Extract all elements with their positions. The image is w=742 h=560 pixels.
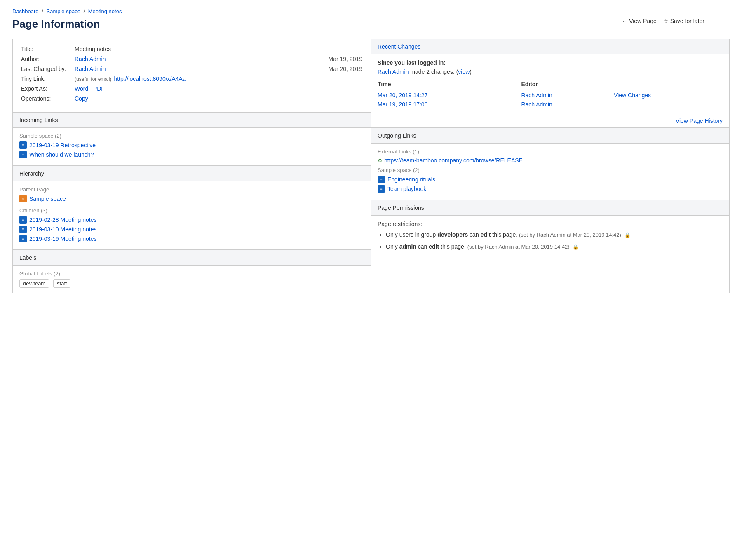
- since-login-changes-text: made 2 changes.: [410, 68, 454, 75]
- perm-text-2a: Only: [386, 243, 399, 250]
- view-page-history-container: View Page History: [371, 114, 729, 128]
- author-label: Author:: [21, 56, 75, 62]
- change-editor-2[interactable]: Rach Admin: [521, 101, 552, 108]
- tiny-link-url[interactable]: http://localhost:8090/x/A4Aa: [114, 75, 186, 82]
- global-labels-label: Global Labels (2): [19, 271, 364, 277]
- title-label: Title:: [21, 46, 75, 52]
- recent-changes-content: Since you last logged in: Rach Admin mad…: [371, 54, 729, 114]
- child-link-1[interactable]: 2019-02-28 Meeting notes: [29, 216, 96, 223]
- last-changed-label: Last Changed by:: [21, 66, 75, 72]
- perm-note-2: (set by Rach Admin at Mar 20, 2019 14:42…: [467, 244, 570, 250]
- left-column: Title: Meeting notes Author: Rach Admin …: [13, 39, 371, 293]
- editor-col-header: Editor: [521, 79, 614, 91]
- since-login-label: Since you last logged in:: [378, 59, 723, 66]
- since-login-user-link[interactable]: Rach Admin: [378, 68, 409, 75]
- incoming-links-content: Sample space (2) ≡ 2019-03-19 Retrospect…: [13, 128, 371, 166]
- page-icon: ≡: [19, 235, 27, 242]
- export-row: Export As: Word · PDF: [21, 85, 362, 92]
- author-date: Mar 19, 2019: [320, 56, 363, 62]
- export-label: Export As:: [21, 85, 75, 92]
- change-editor-1[interactable]: Rach Admin: [521, 92, 552, 99]
- tiny-link-label: Tiny Link:: [21, 75, 75, 82]
- incoming-space-label: Sample space (2): [19, 133, 364, 139]
- view-page-button[interactable]: ← View Page: [622, 18, 657, 24]
- list-item: ≡ 2019-03-19 Meeting notes: [19, 235, 364, 242]
- lock-icon-1: 🔒: [625, 231, 630, 237]
- breadcrumb-dashboard[interactable]: Dashboard: [12, 8, 39, 14]
- child-link-3[interactable]: 2019-03-19 Meeting notes: [29, 235, 96, 242]
- last-changed-link[interactable]: Rach Admin: [75, 66, 106, 72]
- page-icon: ≡: [19, 216, 27, 224]
- change-time-2[interactable]: Mar 19, 2019 17:00: [378, 101, 427, 108]
- outgoing-links-content: External Links (1) ⚙ https://team-bamboo…: [371, 144, 729, 200]
- perm-item-2: Only admin can edit this page. (set by R…: [386, 242, 723, 251]
- perm-bold-2b: edit: [429, 243, 439, 250]
- save-for-later-button[interactable]: ☆ Save for later: [663, 18, 704, 24]
- list-item: ≡ 2019-02-28 Meeting notes: [19, 216, 364, 224]
- table-row: Mar 19, 2019 17:00 Rach Admin: [378, 100, 723, 109]
- last-changed-row: Last Changed by: Rach Admin Mar 20, 2019: [21, 66, 362, 72]
- label-tag-devteam[interactable]: dev-team: [19, 279, 49, 288]
- operations-copy-link[interactable]: Copy: [75, 95, 88, 102]
- perm-text-1a: Only users in group: [386, 231, 437, 238]
- author-row: Author: Rach Admin Mar 19, 2019: [21, 56, 362, 62]
- bamboo-icon: ⚙: [378, 158, 383, 164]
- page-permissions-header: Page Permissions: [371, 200, 729, 216]
- recent-changes-link[interactable]: Recent Changes: [378, 43, 420, 50]
- child-link-2[interactable]: 2019-03-10 Meeting notes: [29, 226, 96, 233]
- incoming-link-1[interactable]: 2019-03-19 Retrospective: [29, 142, 96, 148]
- parent-page-link[interactable]: Sample space: [29, 195, 66, 202]
- label-tag-staff[interactable]: staff: [53, 279, 70, 288]
- tiny-link-row: Tiny Link: (useful for email) http://loc…: [21, 75, 362, 82]
- info-section: Title: Meeting notes Author: Rach Admin …: [13, 39, 371, 112]
- outgoing-link-2[interactable]: Team playbook: [387, 186, 426, 192]
- main-layout: Title: Meeting notes Author: Rach Admin …: [12, 39, 730, 293]
- breadcrumb: Dashboard / Sample space / Meeting notes: [12, 8, 730, 14]
- top-actions: ← View Page ☆ Save for later ···: [622, 16, 717, 25]
- parent-page-item: ⌂ Sample space: [19, 195, 364, 202]
- view-page-history-link[interactable]: View Page History: [676, 118, 723, 124]
- author-link[interactable]: Rach Admin: [75, 56, 106, 62]
- page-icon: ≡: [19, 141, 27, 149]
- hierarchy-header: Hierarchy: [13, 166, 371, 181]
- perm-bold-1b: edit: [481, 231, 491, 238]
- labels-tags: dev-team staff: [19, 279, 364, 288]
- recent-changes-header: Recent Changes: [371, 39, 729, 54]
- since-login-text: Rach Admin made 2 changes. (view): [378, 68, 723, 75]
- title-value: Meeting notes: [75, 46, 362, 52]
- breadcrumb-sample-space[interactable]: Sample space: [46, 8, 80, 14]
- incoming-link-2[interactable]: When should we launch?: [29, 151, 94, 158]
- perm-note-1: (set by Rach Admin at Mar 20, 2019 14:42…: [519, 232, 621, 238]
- view-changes-link[interactable]: View Changes: [614, 92, 651, 99]
- list-item: ≡ Engineering rituals: [378, 176, 723, 183]
- page-permissions-content: Page restrictions: Only users in group d…: [371, 216, 729, 259]
- operations-label: Operations:: [21, 95, 75, 102]
- incoming-links-header: Incoming Links: [13, 112, 371, 128]
- home-icon: ⌂: [19, 195, 27, 202]
- list-item: ≡ 2019-03-10 Meeting notes: [19, 226, 364, 233]
- permissions-list: Only users in group developers can edit …: [378, 231, 723, 251]
- change-time-1[interactable]: Mar 20, 2019 14:27: [378, 92, 427, 99]
- more-actions-button[interactable]: ···: [711, 16, 717, 25]
- last-changed-date: Mar 20, 2019: [320, 66, 363, 72]
- labels-content: Global Labels (2) dev-team staff: [13, 266, 371, 293]
- operations-row: Operations: Copy: [21, 95, 362, 102]
- perm-bold-1a: developers: [437, 231, 468, 238]
- page-icon: ≡: [378, 176, 385, 183]
- perm-text-2c: this page.: [439, 243, 466, 250]
- breadcrumb-meeting-notes[interactable]: Meeting notes: [88, 8, 122, 14]
- external-link-item: ⚙ https://team-bamboo.company.com/browse…: [378, 157, 723, 164]
- since-login-view-link[interactable]: view: [458, 68, 470, 75]
- export-word-link[interactable]: Word: [75, 85, 88, 92]
- perm-text-2b: can: [416, 243, 429, 250]
- export-pdf-link[interactable]: PDF: [93, 85, 105, 92]
- outgoing-link-1[interactable]: Engineering rituals: [387, 176, 435, 183]
- parent-label: Parent Page: [19, 186, 364, 193]
- page-icon: ≡: [19, 226, 27, 233]
- changes-table: Time Editor Mar 20, 2019 14:27 Rach Admi…: [378, 79, 723, 109]
- outgoing-links-header: Outgoing Links: [371, 128, 729, 144]
- perm-item-1: Only users in group developers can edit …: [386, 231, 723, 239]
- title-row: Title: Meeting notes: [21, 46, 362, 52]
- perm-bold-2a: admin: [399, 243, 416, 250]
- external-link-1[interactable]: https://team-bamboo.company.com/browse/R…: [384, 157, 523, 164]
